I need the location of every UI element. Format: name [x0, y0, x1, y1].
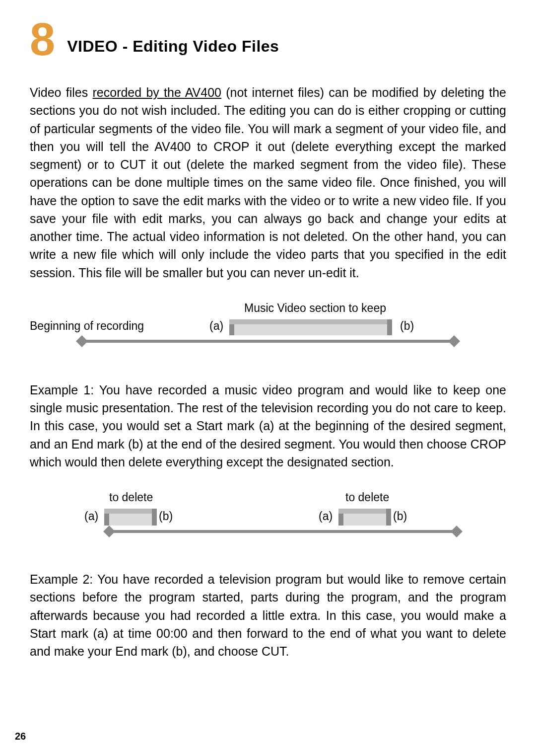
para1-before: Video files	[30, 85, 93, 99]
para1-underline: recorded by the AV400	[93, 85, 221, 99]
diag1-svg	[30, 302, 506, 356]
svg-rect-11	[104, 509, 157, 514]
svg-marker-1	[76, 335, 88, 347]
paragraph-intro: Video files recorded by the AV400 (not i…	[30, 83, 506, 282]
svg-rect-16	[386, 509, 391, 526]
chapter-number: 8	[30, 20, 53, 59]
svg-rect-5	[387, 319, 392, 335]
svg-rect-15	[338, 509, 391, 514]
diagram-crop: Music Video section to keep Beginning of…	[30, 302, 506, 356]
chapter-header: 8 VIDEO - Editing Video Files	[30, 20, 506, 59]
paragraph-example2: Example 2: You have recorded a televisio…	[30, 570, 506, 660]
svg-rect-12	[152, 509, 157, 526]
svg-marker-2	[448, 335, 460, 347]
page-number: 26	[15, 731, 26, 742]
chapter-title: VIDEO - Editing Video Files	[67, 37, 279, 59]
svg-rect-13	[109, 514, 152, 526]
svg-rect-17	[343, 514, 386, 526]
diag2-svg	[60, 491, 486, 545]
svg-marker-9	[451, 526, 463, 537]
paragraph-example1: Example 1: You have recorded a music vid…	[30, 381, 506, 471]
diagram-cut: to delete to delete (a) (b) (a) (b)	[60, 491, 486, 545]
svg-rect-6	[234, 324, 387, 335]
para1-after: (not internet files) can be modified by …	[30, 85, 506, 280]
svg-marker-8	[103, 526, 115, 537]
svg-rect-4	[229, 319, 392, 324]
